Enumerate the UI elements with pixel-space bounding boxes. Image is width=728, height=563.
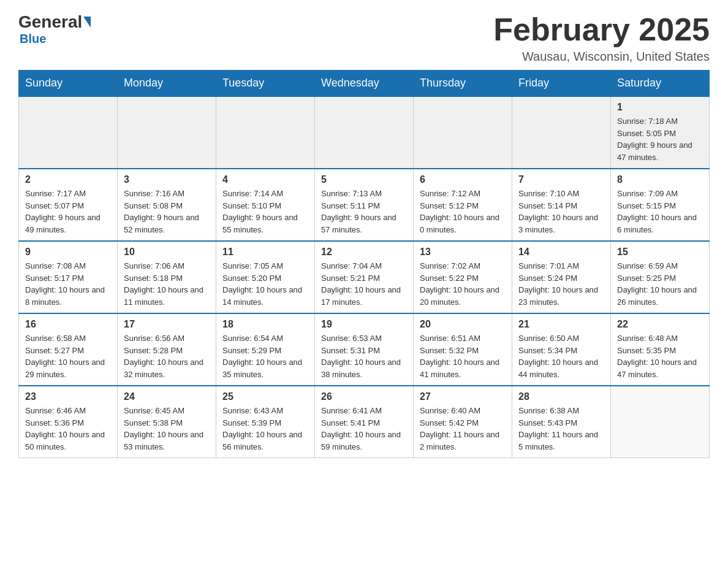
day-number: 1 <box>617 102 703 113</box>
calendar-day-cell: 18Sunrise: 6:54 AM Sunset: 5:29 PM Dayli… <box>216 313 315 386</box>
day-number: 20 <box>420 319 506 330</box>
day-number: 5 <box>321 174 407 185</box>
day-number: 6 <box>420 174 506 185</box>
day-of-week-header: Monday <box>118 71 216 97</box>
day-of-week-header: Tuesday <box>216 71 315 97</box>
day-number: 7 <box>518 174 604 185</box>
day-number: 13 <box>420 247 506 258</box>
calendar-day-cell: 1Sunrise: 7:18 AM Sunset: 5:05 PM Daylig… <box>611 96 710 169</box>
calendar-day-cell: 24Sunrise: 6:45 AM Sunset: 5:38 PM Dayli… <box>118 386 216 458</box>
day-number: 22 <box>617 319 703 330</box>
day-number: 17 <box>124 319 210 330</box>
calendar-subtitle: Wausau, Wisconsin, United States <box>493 50 710 64</box>
calendar-day-cell: 13Sunrise: 7:02 AM Sunset: 5:22 PM Dayli… <box>414 241 512 313</box>
calendar-day-cell <box>118 96 216 169</box>
day-number: 23 <box>25 391 111 402</box>
day-info: Sunrise: 6:50 AM Sunset: 5:34 PM Dayligh… <box>518 332 604 380</box>
day-info: Sunrise: 7:06 AM Sunset: 5:18 PM Dayligh… <box>124 260 210 308</box>
day-of-week-header: Wednesday <box>315 71 414 97</box>
day-info: Sunrise: 7:13 AM Sunset: 5:11 PM Dayligh… <box>321 188 407 236</box>
day-info: Sunrise: 6:56 AM Sunset: 5:28 PM Dayligh… <box>124 332 210 380</box>
calendar-day-cell <box>414 96 512 169</box>
day-info: Sunrise: 7:16 AM Sunset: 5:08 PM Dayligh… <box>124 188 210 236</box>
day-number: 19 <box>321 319 407 330</box>
day-info: Sunrise: 6:38 AM Sunset: 5:43 PM Dayligh… <box>518 405 604 453</box>
calendar-day-cell: 22Sunrise: 6:48 AM Sunset: 5:35 PM Dayli… <box>611 313 710 386</box>
day-info: Sunrise: 6:59 AM Sunset: 5:25 PM Dayligh… <box>617 260 703 308</box>
page-header: General Blue February 2025 Wausau, Wisco… <box>18 12 710 64</box>
day-info: Sunrise: 6:48 AM Sunset: 5:35 PM Dayligh… <box>617 332 703 380</box>
day-info: Sunrise: 6:46 AM Sunset: 5:36 PM Dayligh… <box>25 405 111 453</box>
day-info: Sunrise: 6:51 AM Sunset: 5:32 PM Dayligh… <box>420 332 506 380</box>
calendar-day-cell: 6Sunrise: 7:12 AM Sunset: 5:12 PM Daylig… <box>414 169 512 241</box>
logo-blue-text: Blue <box>20 32 46 46</box>
day-of-week-header: Thursday <box>414 71 512 97</box>
calendar-day-cell <box>512 96 611 169</box>
calendar-day-cell: 15Sunrise: 6:59 AM Sunset: 5:25 PM Dayli… <box>611 241 710 313</box>
calendar-day-cell: 23Sunrise: 6:46 AM Sunset: 5:36 PM Dayli… <box>19 386 118 458</box>
day-info: Sunrise: 6:53 AM Sunset: 5:31 PM Dayligh… <box>321 332 407 380</box>
calendar-week-row: 9Sunrise: 7:08 AM Sunset: 5:17 PM Daylig… <box>19 241 710 313</box>
day-info: Sunrise: 6:54 AM Sunset: 5:29 PM Dayligh… <box>222 332 308 380</box>
logo: General Blue <box>18 12 92 46</box>
day-number: 25 <box>222 391 308 402</box>
calendar-week-row: 1Sunrise: 7:18 AM Sunset: 5:05 PM Daylig… <box>19 96 710 169</box>
calendar-table: SundayMondayTuesdayWednesdayThursdayFrid… <box>18 70 710 458</box>
calendar-week-row: 16Sunrise: 6:58 AM Sunset: 5:27 PM Dayli… <box>19 313 710 386</box>
day-number: 14 <box>518 247 604 258</box>
calendar-day-cell: 2Sunrise: 7:17 AM Sunset: 5:07 PM Daylig… <box>19 169 118 241</box>
calendar-day-cell: 9Sunrise: 7:08 AM Sunset: 5:17 PM Daylig… <box>19 241 118 313</box>
day-info: Sunrise: 7:02 AM Sunset: 5:22 PM Dayligh… <box>420 260 506 308</box>
day-number: 10 <box>124 247 210 258</box>
calendar-day-cell <box>216 96 315 169</box>
day-info: Sunrise: 6:43 AM Sunset: 5:39 PM Dayligh… <box>222 405 308 453</box>
day-number: 18 <box>222 319 308 330</box>
day-info: Sunrise: 7:09 AM Sunset: 5:15 PM Dayligh… <box>617 188 703 236</box>
day-info: Sunrise: 7:01 AM Sunset: 5:24 PM Dayligh… <box>518 260 604 308</box>
calendar-day-cell: 19Sunrise: 6:53 AM Sunset: 5:31 PM Dayli… <box>315 313 414 386</box>
calendar-day-cell: 5Sunrise: 7:13 AM Sunset: 5:11 PM Daylig… <box>315 169 414 241</box>
calendar-day-cell: 27Sunrise: 6:40 AM Sunset: 5:42 PM Dayli… <box>414 386 512 458</box>
day-info: Sunrise: 6:41 AM Sunset: 5:41 PM Dayligh… <box>321 405 407 453</box>
day-number: 21 <box>518 319 604 330</box>
day-info: Sunrise: 6:45 AM Sunset: 5:38 PM Dayligh… <box>124 405 210 453</box>
day-of-week-header: Saturday <box>611 71 710 97</box>
calendar-day-cell <box>315 96 414 169</box>
day-info: Sunrise: 7:12 AM Sunset: 5:12 PM Dayligh… <box>420 188 506 236</box>
calendar-day-cell: 25Sunrise: 6:43 AM Sunset: 5:39 PM Dayli… <box>216 386 315 458</box>
calendar-day-cell: 20Sunrise: 6:51 AM Sunset: 5:32 PM Dayli… <box>414 313 512 386</box>
calendar-day-cell: 14Sunrise: 7:01 AM Sunset: 5:24 PM Dayli… <box>512 241 611 313</box>
day-info: Sunrise: 6:40 AM Sunset: 5:42 PM Dayligh… <box>420 405 506 453</box>
day-info: Sunrise: 7:08 AM Sunset: 5:17 PM Dayligh… <box>25 260 111 308</box>
day-info: Sunrise: 7:05 AM Sunset: 5:20 PM Dayligh… <box>222 260 308 308</box>
day-of-week-header: Sunday <box>19 71 118 97</box>
day-info: Sunrise: 7:18 AM Sunset: 5:05 PM Dayligh… <box>617 115 703 163</box>
calendar-day-cell: 11Sunrise: 7:05 AM Sunset: 5:20 PM Dayli… <box>216 241 315 313</box>
day-number: 11 <box>222 247 308 258</box>
title-area: February 2025 Wausau, Wisconsin, United … <box>493 12 710 64</box>
calendar-day-cell: 7Sunrise: 7:10 AM Sunset: 5:14 PM Daylig… <box>512 169 611 241</box>
day-number: 2 <box>25 174 111 185</box>
calendar-day-cell: 17Sunrise: 6:56 AM Sunset: 5:28 PM Dayli… <box>118 313 216 386</box>
calendar-day-cell: 10Sunrise: 7:06 AM Sunset: 5:18 PM Dayli… <box>118 241 216 313</box>
calendar-day-cell: 21Sunrise: 6:50 AM Sunset: 5:34 PM Dayli… <box>512 313 611 386</box>
calendar-day-cell: 16Sunrise: 6:58 AM Sunset: 5:27 PM Dayli… <box>19 313 118 386</box>
calendar-week-row: 2Sunrise: 7:17 AM Sunset: 5:07 PM Daylig… <box>19 169 710 241</box>
calendar-day-cell: 26Sunrise: 6:41 AM Sunset: 5:41 PM Dayli… <box>315 386 414 458</box>
day-of-week-header: Friday <box>512 71 611 97</box>
day-number: 27 <box>420 391 506 402</box>
calendar-day-cell: 3Sunrise: 7:16 AM Sunset: 5:08 PM Daylig… <box>118 169 216 241</box>
day-info: Sunrise: 7:14 AM Sunset: 5:10 PM Dayligh… <box>222 188 308 236</box>
calendar-title: February 2025 <box>493 12 710 47</box>
day-number: 24 <box>124 391 210 402</box>
day-number: 16 <box>25 319 111 330</box>
day-number: 8 <box>617 174 703 185</box>
day-info: Sunrise: 7:04 AM Sunset: 5:21 PM Dayligh… <box>321 260 407 308</box>
day-info: Sunrise: 6:58 AM Sunset: 5:27 PM Dayligh… <box>25 332 111 380</box>
calendar-day-cell: 12Sunrise: 7:04 AM Sunset: 5:21 PM Dayli… <box>315 241 414 313</box>
day-info: Sunrise: 7:10 AM Sunset: 5:14 PM Dayligh… <box>518 188 604 236</box>
day-number: 3 <box>124 174 210 185</box>
calendar-day-cell <box>611 386 710 458</box>
calendar-header-row: SundayMondayTuesdayWednesdayThursdayFrid… <box>19 71 710 97</box>
calendar-day-cell <box>19 96 118 169</box>
